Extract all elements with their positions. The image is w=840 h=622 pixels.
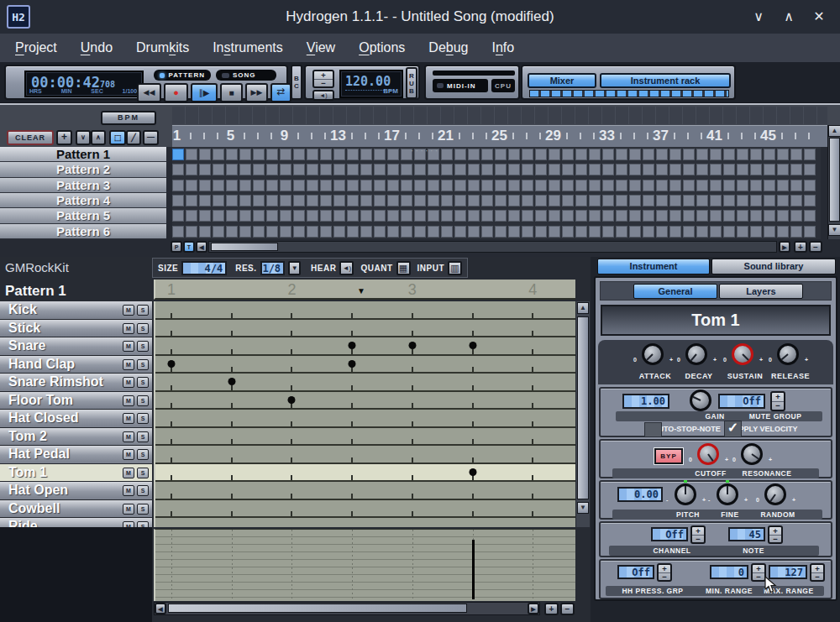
song-grid-cell[interactable] (683, 210, 695, 222)
song-grid-cell[interactable] (495, 210, 507, 222)
song-grid-cell[interactable] (253, 226, 265, 238)
song-horizontal-scrollbar[interactable] (208, 241, 777, 253)
song-grid-cell[interactable] (616, 149, 627, 160)
pattern-list-item[interactable]: Pattern 6 (0, 224, 166, 239)
scroll-up-icon[interactable]: ▲ (577, 302, 589, 314)
song-grid-cell[interactable] (750, 164, 762, 175)
song-grid-cell[interactable] (360, 195, 372, 206)
timeline-mode-button[interactable]: T (183, 241, 195, 253)
song-grid-cell[interactable] (320, 149, 332, 160)
pattern-mode-toggle[interactable]: PATTERN (154, 70, 211, 81)
song-grid-cell[interactable] (549, 226, 560, 238)
mute-button[interactable]: M (123, 449, 134, 460)
hscroll-thumb[interactable] (168, 604, 467, 613)
song-grid-cell[interactable] (280, 164, 291, 175)
sustain-knob[interactable] (732, 343, 753, 365)
note-grid-row[interactable] (155, 410, 575, 428)
song-grid-cell[interactable] (495, 180, 507, 191)
song-grid-cell[interactable] (495, 149, 507, 160)
song-grid-cell[interactable] (777, 195, 789, 206)
menu-view[interactable]: View (307, 40, 335, 55)
mute-group-display[interactable]: Off (718, 394, 765, 409)
song-grid-cell[interactable] (293, 226, 305, 238)
song-grid-cell[interactable] (535, 210, 547, 222)
song-grid-cell-active[interactable] (172, 149, 184, 160)
song-grid-cell[interactable] (683, 164, 695, 175)
zoom-in-button[interactable]: + (544, 603, 559, 615)
song-grid-cell[interactable] (750, 226, 762, 238)
mute-button[interactable]: M (123, 377, 134, 388)
midi-channel-display[interactable]: Off (651, 527, 688, 541)
song-grid-cell[interactable] (777, 226, 789, 238)
song-sequence-grid[interactable] (172, 147, 821, 239)
song-grid-cell[interactable] (401, 195, 412, 206)
solo-button[interactable]: S (137, 341, 149, 352)
song-grid-cell[interactable] (253, 210, 265, 222)
song-grid-cell[interactable] (468, 226, 480, 238)
song-grid-cell[interactable] (643, 195, 654, 206)
song-grid-cell[interactable] (508, 210, 520, 222)
song-grid-cell[interactable] (522, 195, 533, 206)
song-grid-cell[interactable] (468, 180, 480, 191)
instrument-row[interactable]: KickMS (0, 301, 152, 320)
song-grid-cell[interactable] (629, 226, 641, 238)
song-grid-cell[interactable] (253, 195, 265, 206)
song-grid-cell[interactable] (522, 226, 533, 238)
note-grid[interactable] (154, 301, 575, 527)
song-grid-cell[interactable] (414, 226, 426, 238)
song-grid-cell[interactable] (253, 164, 265, 175)
fine-pitch-knob[interactable] (717, 483, 738, 505)
instrument-row[interactable]: Snare RimshotMS (0, 374, 152, 392)
song-grid-cell[interactable] (750, 180, 762, 191)
song-grid-cell[interactable] (495, 164, 507, 175)
mute-button[interactable]: M (123, 341, 134, 352)
song-grid-cell[interactable] (723, 195, 735, 206)
song-grid-cell[interactable] (790, 195, 802, 206)
apply-velocity-checkbox[interactable]: ✓ (724, 421, 742, 437)
song-grid-cell[interactable] (374, 164, 386, 175)
song-grid-cell[interactable] (790, 226, 802, 238)
song-grid-cell[interactable] (266, 210, 278, 222)
song-grid-cell[interactable] (683, 226, 695, 238)
song-grid-cell[interactable] (213, 164, 224, 175)
menu-undo[interactable]: Undo (81, 40, 113, 55)
scroll-thumb[interactable] (829, 138, 840, 222)
hscroll-left-icon[interactable]: ◀ (196, 241, 207, 253)
solo-button[interactable]: S (137, 359, 149, 370)
hscroll-left-icon[interactable]: ◀ (155, 603, 166, 614)
quantize-icon[interactable]: ▦ (396, 261, 411, 275)
song-grid-cell[interactable] (710, 180, 722, 191)
note-grid-row[interactable] (155, 337, 575, 356)
pitch-knob[interactable] (675, 483, 696, 505)
song-grid-cell[interactable] (723, 180, 735, 191)
song-grid-cell[interactable] (535, 149, 547, 160)
rewind-button[interactable]: ◀◀ (137, 83, 161, 102)
close-button[interactable]: ✕ (808, 8, 830, 26)
song-grid-cell[interactable] (535, 164, 547, 175)
song-grid-cell[interactable] (790, 149, 802, 160)
song-grid-cell[interactable] (764, 164, 775, 175)
menu-debug[interactable]: Debug (428, 40, 468, 55)
song-grid-cell[interactable] (549, 164, 560, 175)
song-grid-cell[interactable] (764, 195, 775, 206)
song-grid-cell[interactable] (616, 164, 627, 175)
song-grid-cell[interactable] (347, 226, 359, 238)
song-grid-cell[interactable] (468, 149, 480, 160)
song-grid-cell[interactable] (481, 226, 493, 238)
solo-button[interactable]: S (137, 305, 149, 316)
auto-stop-note-checkbox[interactable] (644, 422, 662, 437)
note[interactable] (349, 360, 356, 368)
song-grid-cell[interactable] (441, 180, 453, 191)
song-grid-cell[interactable] (213, 226, 224, 238)
song-grid-cell[interactable] (696, 195, 708, 206)
pattern-vertical-scrollbar[interactable]: ▲ ▼ (576, 301, 590, 527)
song-grid-cell[interactable] (266, 164, 278, 175)
song-grid-cell[interactable] (683, 180, 695, 191)
song-grid-cell[interactable] (777, 210, 789, 222)
song-grid-cell[interactable] (186, 226, 197, 238)
song-grid-cell[interactable] (750, 195, 762, 206)
song-grid-cell[interactable] (428, 210, 439, 222)
note-grid-row[interactable] (155, 446, 575, 464)
song-grid-cell[interactable] (213, 149, 224, 160)
scroll-up-icon[interactable]: ▲ (828, 125, 840, 137)
